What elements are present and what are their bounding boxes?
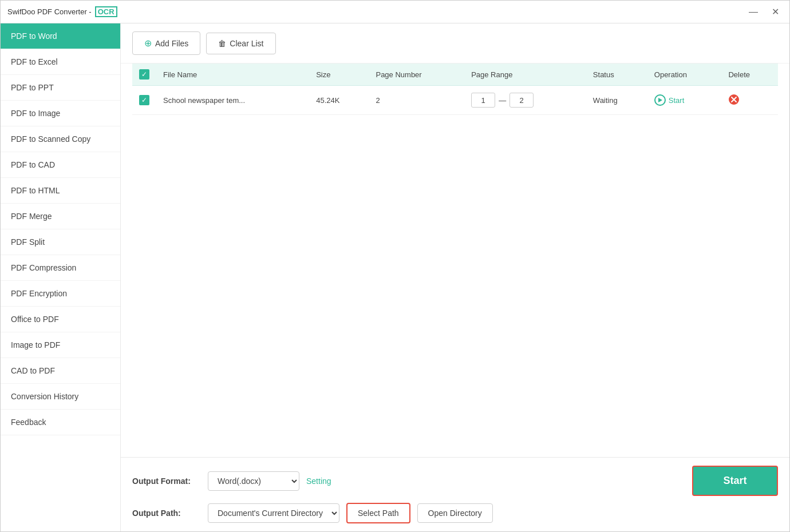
format-row: Output Format: Word(.docx) Word(.doc) RT…: [132, 466, 778, 496]
row-size: 45.24K: [309, 86, 369, 115]
minimize-button[interactable]: —: [745, 6, 761, 18]
sidebar-item-pdf-encryption[interactable]: PDF Encryption: [1, 281, 120, 307]
row-checkbox-0[interactable]: ✓: [139, 95, 149, 105]
content-area: ⊕ Add Files 🗑 Clear List ✓: [121, 23, 789, 531]
sidebar-item-pdf-split[interactable]: PDF Split: [1, 229, 120, 255]
output-format-select[interactable]: Word(.docx) Word(.doc) RTF TXT: [208, 471, 299, 491]
select-path-button[interactable]: Select Path: [346, 503, 410, 523]
col-status: Status: [586, 63, 647, 86]
col-filename: File Name: [156, 63, 309, 86]
file-table: ✓ File Name Size Page Number Page Range …: [132, 63, 778, 115]
clear-list-label: Clear List: [230, 39, 263, 48]
row-delete-button[interactable]: [728, 94, 740, 107]
page-to-input[interactable]: [509, 93, 534, 108]
row-check-cell: ✓: [132, 86, 156, 115]
play-icon: [654, 94, 666, 106]
select-all-checkbox[interactable]: ✓: [139, 69, 149, 80]
trash-icon: 🗑: [218, 39, 226, 48]
sidebar-item-pdf-compression[interactable]: PDF Compression: [1, 255, 120, 281]
col-delete: Delete: [721, 63, 778, 86]
app-window: SwifDoo PDF Converter - OCR — ✕ PDF to W…: [0, 0, 790, 532]
check-icon: ✓: [141, 71, 147, 78]
title-bar-controls: — ✕: [745, 5, 783, 18]
row-filename: School newspaper tem...: [156, 86, 309, 115]
add-files-button[interactable]: ⊕ Add Files: [132, 31, 200, 55]
sidebar-item-pdf-to-scanned[interactable]: PDF to Scanned Copy: [1, 126, 120, 152]
bottom-bar: Output Format: Word(.docx) Word(.doc) RT…: [121, 457, 789, 531]
sidebar-item-cad-to-pdf[interactable]: CAD to PDF: [1, 358, 120, 384]
row-status: Waiting: [586, 86, 647, 115]
sidebar-item-pdf-merge[interactable]: PDF Merge: [1, 204, 120, 229]
title-bar: SwifDoo PDF Converter - OCR — ✕: [1, 1, 789, 23]
toolbar: ⊕ Add Files 🗑 Clear List: [121, 23, 789, 63]
row-page-number: 2: [369, 86, 464, 115]
file-table-body: ✓ School newspaper tem... 45.24K 2 — Wai…: [132, 86, 778, 115]
sidebar-item-office-to-pdf[interactable]: Office to PDF: [1, 307, 120, 332]
page-from-input[interactable]: [471, 93, 495, 108]
app-title: SwifDoo PDF Converter -: [7, 7, 92, 16]
sidebar-item-pdf-to-excel[interactable]: PDF to Excel: [1, 49, 120, 75]
sidebar-item-pdf-to-image[interactable]: PDF to Image: [1, 101, 120, 126]
ocr-badge: OCR: [95, 6, 117, 17]
page-range-dash: —: [499, 96, 506, 105]
add-icon: ⊕: [144, 38, 152, 49]
sidebar-item-pdf-to-ppt[interactable]: PDF to PPT: [1, 75, 120, 101]
close-button[interactable]: ✕: [768, 5, 783, 18]
col-page-range: Page Range: [464, 63, 586, 86]
table-row: ✓ School newspaper tem... 45.24K 2 — Wai…: [132, 86, 778, 115]
sidebar-item-conversion-history[interactable]: Conversion History: [1, 384, 120, 410]
sidebar-item-pdf-to-word[interactable]: PDF to Word: [1, 23, 120, 49]
setting-link[interactable]: Setting: [306, 477, 331, 486]
main-layout: PDF to WordPDF to ExcelPDF to PPTPDF to …: [1, 23, 789, 531]
col-page-number: Page Number: [369, 63, 464, 86]
col-operation: Operation: [647, 63, 722, 86]
row-operation: Start: [647, 86, 722, 115]
start-main-button[interactable]: Start: [692, 466, 778, 496]
row-start-button[interactable]: Start: [654, 94, 684, 106]
sidebar-item-pdf-to-cad[interactable]: PDF to CAD: [1, 152, 120, 178]
row-page-range: —: [464, 86, 586, 115]
file-table-container: ✓ File Name Size Page Number Page Range …: [121, 63, 789, 457]
sidebar: PDF to WordPDF to ExcelPDF to PPTPDF to …: [1, 23, 121, 531]
col-size: Size: [309, 63, 369, 86]
table-header-row: ✓ File Name Size Page Number Page Range …: [132, 63, 778, 86]
path-row: Output Path: Document's Current Director…: [132, 503, 778, 523]
row-delete-cell: [721, 86, 778, 115]
delete-icon: [728, 94, 740, 105]
clear-list-button[interactable]: 🗑 Clear List: [206, 33, 275, 54]
check-icon: ✓: [141, 97, 147, 104]
title-bar-left: SwifDoo PDF Converter - OCR: [7, 6, 117, 17]
col-check: ✓: [132, 63, 156, 86]
output-path-label: Output Path:: [132, 509, 201, 518]
row-start-label: Start: [669, 96, 684, 105]
sidebar-item-feedback[interactable]: Feedback: [1, 410, 120, 435]
add-files-label: Add Files: [155, 39, 188, 48]
output-path-select[interactable]: Document's Current Directory Custom Path: [208, 503, 339, 523]
output-format-label: Output Format:: [132, 477, 201, 486]
sidebar-item-image-to-pdf[interactable]: Image to PDF: [1, 332, 120, 358]
open-directory-button[interactable]: Open Directory: [417, 503, 493, 523]
sidebar-item-pdf-to-html[interactable]: PDF to HTML: [1, 178, 120, 204]
